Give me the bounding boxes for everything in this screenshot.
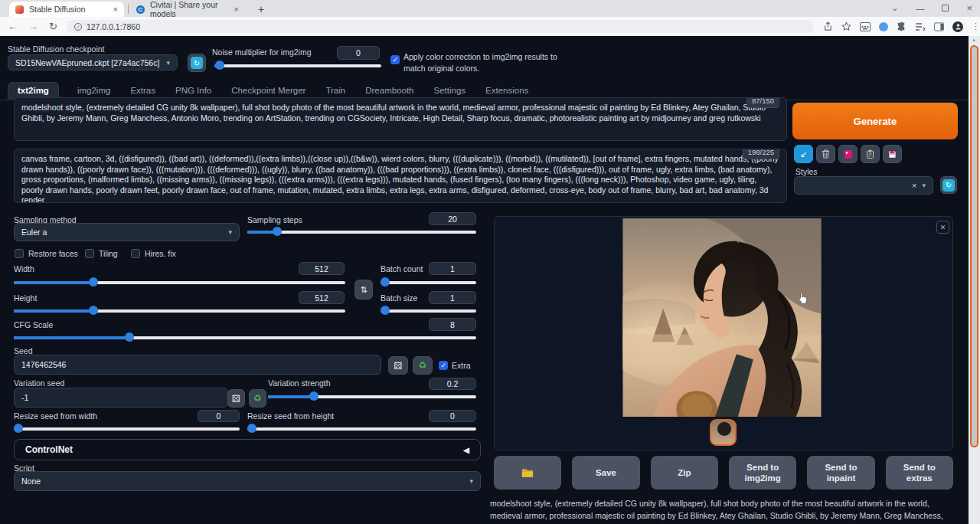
save-style-button[interactable] (883, 145, 902, 163)
window-close-icon[interactable]: × (966, 2, 972, 14)
batch-size-slider[interactable] (381, 306, 476, 315)
scrollbar-thumb[interactable] (970, 45, 978, 447)
chevron-down-icon: ▾ (228, 228, 232, 236)
extensions-puzzle-icon[interactable] (897, 21, 906, 31)
tab-close-icon[interactable]: × (234, 5, 239, 14)
show-extra-networks-button[interactable] (838, 145, 858, 163)
batch-count-slider[interactable] (381, 277, 476, 287)
scroll-up-icon[interactable]: ▲ (972, 38, 976, 42)
chevron-down-icon: ▾ (922, 182, 926, 189)
refresh-icon: ↻ (942, 179, 955, 192)
resize-seed-width-value[interactable]: 0 (198, 410, 240, 422)
generation-info-text: modelshoot style, (extremely detailed CG… (490, 498, 959, 524)
width-slider[interactable] (14, 277, 345, 287)
generate-button[interactable]: Generate (792, 103, 958, 139)
sampling-steps-slider[interactable] (247, 227, 476, 236)
tab-close-icon[interactable]: × (113, 5, 118, 14)
new-tab-button[interactable]: + (254, 2, 268, 16)
reload-icon[interactable]: ↻ (49, 21, 57, 32)
sampling-steps-value[interactable]: 20 (429, 212, 476, 225)
recycle-icon: ♻ (253, 393, 262, 404)
height-slider[interactable] (14, 306, 345, 315)
extension-blue-icon[interactable] (879, 22, 888, 31)
arrow-down-left-icon: ↙ (800, 149, 807, 159)
color-correction-checkbox[interactable] (390, 55, 400, 64)
script-dropdown[interactable]: None ▾ (14, 471, 481, 491)
open-folder-button[interactable] (494, 456, 561, 490)
refresh-icon: ↻ (191, 57, 203, 69)
resize-seed-width-slider[interactable] (14, 424, 240, 433)
zip-button[interactable]: Zip (651, 456, 718, 490)
profile-avatar[interactable] (952, 21, 963, 32)
recycle-icon: ♻ (419, 360, 427, 371)
address-bar[interactable]: i 127.0.0.1:7860 (67, 20, 814, 33)
resize-seed-height-value[interactable]: 0 (429, 410, 476, 422)
browser-tab-civitai[interactable]: C Civitai | Share your models × (130, 2, 245, 17)
paste-generation-params-button[interactable]: ↙ (794, 145, 813, 163)
variation-seed-input[interactable] (14, 388, 228, 408)
variation-seed-label: Variation seed (14, 378, 64, 388)
window-menu-icon[interactable]: ⌄ (891, 3, 898, 13)
send-to-inpaint-button[interactable]: Send to inpaint (807, 456, 874, 490)
styles-refresh-button[interactable]: ↻ (940, 176, 957, 194)
gallery-thumbnail[interactable] (710, 419, 737, 446)
resize-seed-height-slider[interactable] (247, 424, 476, 433)
clear-prompt-button[interactable] (816, 145, 835, 163)
height-value[interactable]: 512 (299, 291, 345, 304)
variation-strength-slider[interactable] (268, 391, 476, 401)
cfg-scale-value[interactable]: 8 (429, 318, 476, 331)
batch-size-value[interactable]: 1 (429, 291, 476, 304)
page-scrollbar[interactable]: ▲ (969, 36, 980, 524)
browser-toolbar: ← → ↻ i 127.0.0.1:7860 ⋮ (0, 17, 980, 36)
reading-list-icon[interactable] (915, 22, 926, 31)
forward-icon[interactable]: → (28, 21, 38, 32)
swap-width-height-button[interactable]: ⇅ (354, 280, 373, 300)
variation-strength-label: Variation strength (268, 378, 331, 388)
checkpoint-dropdown[interactable]: SD15NewVAEpruned.ckpt [27a4ac756c] ▾ (8, 54, 178, 70)
extra-seed-checkbox[interactable] (439, 361, 448, 370)
restore-faces-checkbox[interactable] (15, 249, 24, 258)
noise-multiplier-value[interactable]: 0 (337, 46, 380, 60)
variation-strength-value[interactable]: 0.2 (429, 378, 476, 390)
restore-faces-label: Restore faces (28, 249, 78, 258)
hires-fix-checkbox[interactable] (131, 249, 140, 258)
close-image-button[interactable]: ✕ (936, 221, 949, 234)
browser-tab-strip: Stable Diffusion × C Civitai | Share you… (0, 0, 980, 17)
apply-styles-button[interactable] (861, 145, 880, 163)
checkpoint-refresh-button[interactable]: ↻ (188, 54, 206, 72)
controlnet-accordion[interactable]: ControlNet ◀ (14, 439, 481, 460)
back-icon[interactable]: ← (8, 21, 18, 32)
reuse-variation-seed-button[interactable]: ♻ (249, 389, 266, 408)
seed-input[interactable] (14, 355, 381, 375)
bookmark-star-icon[interactable] (841, 21, 851, 31)
send-to-extras-button[interactable]: Send to extras (886, 456, 953, 490)
styles-dropdown[interactable]: × ▾ (794, 176, 933, 195)
share-icon[interactable] (823, 21, 833, 31)
random-seed-button[interactable]: ⚄ (388, 356, 408, 375)
sampling-method-dropdown[interactable]: Euler a ▾ (14, 223, 240, 241)
image-viewer: ✕ (494, 216, 953, 450)
trash-icon (822, 149, 830, 159)
width-label: Width (14, 264, 34, 273)
save-button[interactable]: Save (572, 456, 639, 490)
side-panel-icon[interactable] (934, 22, 944, 31)
cfg-scale-slider[interactable] (14, 332, 476, 342)
color-correction-label: Apply color correction to img2img result… (403, 51, 569, 74)
browser-tab-stable-diffusion[interactable]: Stable Diffusion × (9, 2, 124, 17)
browser-menu-icon[interactable]: ⋮ (972, 21, 980, 31)
extension-grid-icon[interactable] (860, 22, 871, 31)
window-minimize-icon[interactable]: — (916, 4, 924, 13)
site-info-icon[interactable]: i (74, 23, 82, 31)
noise-multiplier-slider[interactable] (214, 61, 381, 70)
batch-count-value[interactable]: 1 (429, 262, 476, 275)
reuse-seed-button[interactable]: ♻ (413, 356, 433, 375)
random-variation-seed-button[interactable]: ⚄ (227, 389, 245, 408)
window-restore-icon[interactable] (942, 5, 949, 11)
prompt-textarea[interactable]: modelshoot style, (extremely detailed CG… (14, 97, 787, 141)
width-value[interactable]: 512 (299, 262, 345, 275)
send-to-img2img-button[interactable]: Send to img2img (729, 456, 796, 490)
tiling-checkbox[interactable] (85, 249, 94, 258)
generated-image[interactable] (622, 218, 822, 417)
clear-styles-icon[interactable]: × (912, 181, 916, 190)
negative-prompt-textarea[interactable]: canvas frame, cartoon, 3d, ((disfigured)… (14, 149, 787, 203)
